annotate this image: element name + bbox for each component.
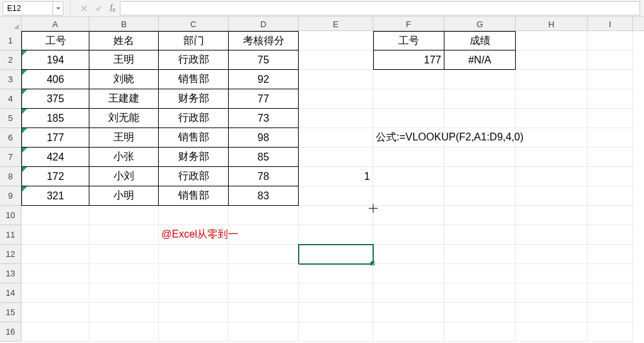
cell-C9[interactable]: 销售部 — [159, 186, 229, 206]
cell-C6[interactable]: 销售部 — [159, 128, 229, 148]
column-header-H[interactable]: H — [516, 17, 588, 31]
cell-D15[interactable] — [229, 303, 299, 322]
row-header-10[interactable]: 10 — [0, 206, 21, 225]
cell-H16[interactable] — [516, 322, 588, 342]
row-header-8[interactable]: 8 — [0, 167, 21, 186]
name-box[interactable]: E12 — [3, 1, 53, 16]
cell-B15[interactable] — [89, 303, 159, 322]
cell-G14[interactable] — [444, 283, 516, 303]
cell-G5[interactable] — [444, 109, 516, 128]
cell-D4[interactable]: 77 — [229, 89, 299, 109]
cell-C14[interactable] — [159, 283, 229, 303]
cell-I16[interactable] — [588, 322, 633, 342]
cell-H13[interactable] — [516, 264, 588, 283]
cell-E14[interactable] — [299, 283, 373, 303]
cell-C1[interactable]: 部门 — [159, 31, 229, 50]
column-header-E[interactable]: E — [299, 17, 373, 31]
cell-E15[interactable] — [299, 303, 373, 322]
row-header-3[interactable]: 3 — [0, 70, 21, 89]
cell-D13[interactable] — [229, 264, 299, 283]
cell-A2[interactable]: 194 — [21, 50, 89, 70]
cell-E3[interactable] — [299, 70, 373, 89]
cell-B5[interactable]: 刘无能 — [89, 109, 159, 128]
cell-H7[interactable] — [516, 148, 588, 167]
cell-A8[interactable]: 172 — [21, 167, 89, 186]
cell-I14[interactable] — [588, 283, 633, 303]
cell-B3[interactable]: 刘晓 — [89, 70, 159, 89]
cell-H10[interactable] — [516, 206, 588, 225]
cell-E1[interactable] — [299, 31, 373, 50]
row-header-15[interactable]: 15 — [0, 303, 21, 322]
row-header-4[interactable]: 4 — [0, 89, 21, 109]
row-header-1[interactable]: 1 — [0, 31, 21, 50]
cell-H3[interactable] — [516, 70, 588, 89]
column-header-B[interactable]: B — [89, 17, 159, 31]
cell-A14[interactable] — [21, 283, 89, 303]
row-header-9[interactable]: 9 — [0, 186, 21, 206]
cell-F6[interactable]: 公式:=VLOOKUP(F2,A1:D9,4,0) — [373, 128, 444, 148]
cell-D1[interactable]: 考核得分 — [229, 31, 299, 50]
cell-F4[interactable] — [373, 89, 444, 109]
row-header-12[interactable]: 12 — [0, 245, 21, 264]
cell-G3[interactable] — [444, 70, 516, 89]
cell-D7[interactable]: 85 — [229, 148, 299, 167]
cell-G15[interactable] — [444, 303, 516, 322]
cell-I4[interactable] — [588, 89, 633, 109]
cell-I1[interactable] — [588, 31, 633, 50]
cell-B7[interactable]: 小张 — [89, 148, 159, 167]
cell-G1[interactable]: 成绩 — [444, 31, 516, 50]
cell-E10[interactable] — [299, 206, 373, 225]
cell-G16[interactable] — [444, 322, 516, 342]
row-header-16[interactable]: 16 — [0, 322, 21, 342]
cell-D2[interactable]: 75 — [229, 50, 299, 70]
cell-E9[interactable] — [299, 186, 373, 206]
cell-C5[interactable]: 行政部 — [159, 109, 229, 128]
cell-B9[interactable]: 小明 — [89, 186, 159, 206]
cell-D8[interactable]: 78 — [229, 167, 299, 186]
cell-H6[interactable] — [516, 128, 588, 148]
cell-F12[interactable] — [373, 245, 444, 264]
name-box-dropdown[interactable] — [53, 1, 63, 16]
cell-A3[interactable]: 406 — [21, 70, 89, 89]
cell-I13[interactable] — [588, 264, 633, 283]
cell-C12[interactable] — [159, 245, 229, 264]
cell-A13[interactable] — [21, 264, 89, 283]
cell-C2[interactable]: 行政部 — [159, 50, 229, 70]
cell-I10[interactable] — [588, 206, 633, 225]
cell-A4[interactable]: 375 — [21, 89, 89, 109]
cell-F7[interactable] — [373, 148, 444, 167]
row-header-6[interactable]: 6 — [0, 128, 21, 148]
cell-D3[interactable]: 92 — [229, 70, 299, 89]
cell-F9[interactable] — [373, 186, 444, 206]
cell-A16[interactable] — [21, 322, 89, 342]
cell-I9[interactable] — [588, 186, 633, 206]
cell-E16[interactable] — [299, 322, 373, 342]
cell-E12[interactable] — [299, 245, 373, 264]
cell-B11[interactable] — [89, 225, 159, 245]
cell-I15[interactable] — [588, 303, 633, 322]
cell-A10[interactable] — [21, 206, 89, 225]
column-header-C[interactable]: C — [159, 17, 229, 31]
row-header-7[interactable]: 7 — [0, 148, 21, 167]
cell-F14[interactable] — [373, 283, 444, 303]
cell-D10[interactable] — [229, 206, 299, 225]
cell-E13[interactable] — [299, 264, 373, 283]
formula-input[interactable] — [120, 1, 640, 16]
row-header-11[interactable]: 11 — [0, 225, 21, 245]
cell-I6[interactable] — [588, 128, 633, 148]
cell-E6[interactable] — [299, 128, 373, 148]
cell-G12[interactable] — [444, 245, 516, 264]
cell-A11[interactable] — [21, 225, 89, 245]
cell-B1[interactable]: 姓名 — [89, 31, 159, 50]
cell-A7[interactable]: 424 — [21, 148, 89, 167]
cell-D9[interactable]: 83 — [229, 186, 299, 206]
cell-F8[interactable] — [373, 167, 444, 186]
cell-C11[interactable]: @Excel从零到一 — [159, 225, 229, 245]
cell-G8[interactable] — [444, 167, 516, 186]
cell-G7[interactable] — [444, 148, 516, 167]
cell-B13[interactable] — [89, 264, 159, 283]
cell-E7[interactable] — [299, 148, 373, 167]
cell-B10[interactable] — [89, 206, 159, 225]
cell-B6[interactable]: 王明 — [89, 128, 159, 148]
cell-A1[interactable]: 工号 — [21, 31, 89, 50]
